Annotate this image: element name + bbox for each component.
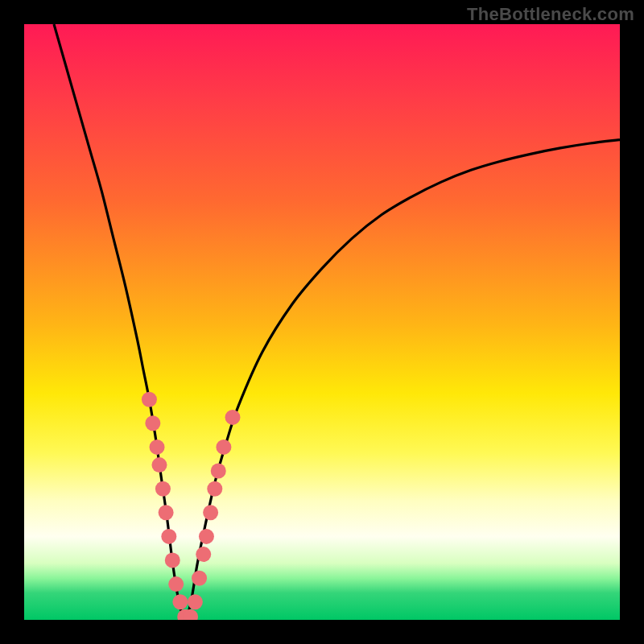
watermark-text: TheBottleneck.com [467, 4, 634, 25]
data-point [165, 553, 180, 568]
data-point [203, 505, 218, 520]
data-point [155, 481, 171, 497]
data-point [225, 410, 241, 425]
data-point [196, 547, 211, 562]
chart-svg [24, 24, 620, 620]
data-point [216, 440, 231, 455]
chart-frame: TheBottleneck.com [0, 0, 644, 644]
data-point [159, 505, 174, 520]
data-point [207, 481, 222, 497]
gradient-background [24, 24, 620, 620]
data-point [151, 457, 167, 473]
data-point [142, 392, 157, 407]
data-point [150, 440, 165, 455]
data-point [199, 529, 214, 544]
data-point [192, 571, 207, 586]
data-point [172, 594, 188, 609]
data-point [211, 464, 226, 479]
data-point [161, 529, 176, 544]
data-point [145, 415, 160, 431]
plot-area [24, 24, 620, 620]
data-point [168, 576, 184, 592]
data-point [188, 594, 203, 609]
